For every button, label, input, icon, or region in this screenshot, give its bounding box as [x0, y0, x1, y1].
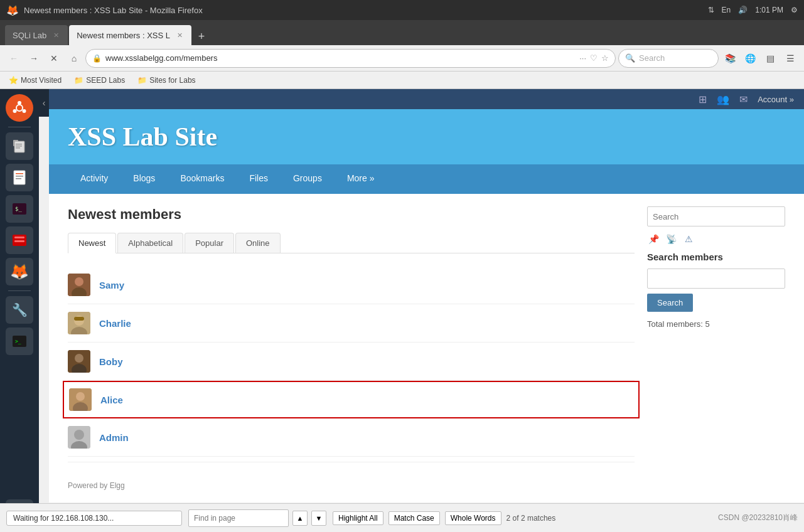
search-placeholder: Search — [639, 53, 665, 63]
account-bar: ⊞ 👥 ✉ Account » — [49, 89, 804, 109]
bookmark-seed-labs[interactable]: 📁 SEED Labs — [72, 75, 127, 86]
sites-for-labs-label: Sites for Labs — [149, 76, 195, 85]
svg-rect-12 — [16, 176, 23, 177]
dashboard-icon[interactable]: ⊞ — [699, 93, 707, 105]
tab-popular[interactable]: Popular — [185, 233, 234, 253]
forward-button[interactable]: → — [25, 50, 43, 67]
svg-rect-26 — [74, 317, 84, 321]
page-content: Newest members Newest Alphabetical Popul… — [49, 194, 804, 503]
tab-online[interactable]: Online — [235, 233, 281, 253]
svg-rect-10 — [14, 171, 25, 184]
nav-bookmarks[interactable]: Bookmarks — [168, 164, 237, 194]
search-members-button[interactable]: Search — [647, 294, 693, 312]
new-tab-button[interactable]: + — [193, 28, 210, 45]
find-prev-button[interactable]: ▲ — [292, 511, 308, 526]
sidebar-item-text[interactable] — [6, 164, 33, 191]
widget-search-input[interactable] — [647, 206, 785, 226]
svg-text:$_: $_ — [15, 206, 22, 212]
bookmark-star-icon[interactable]: ☆ — [601, 53, 609, 63]
member-item-samy[interactable]: Samy — [68, 266, 635, 304]
member-name-boby[interactable]: Boby — [99, 356, 123, 367]
member-name-charlie[interactable]: Charlie — [99, 318, 131, 329]
site-nav: Activity Blogs Bookmarks Files Groups Mo… — [49, 164, 804, 194]
window-title: Newest members : XSS Lab Site - Mozilla … — [24, 6, 203, 15]
nav-blogs[interactable]: Blogs — [121, 164, 168, 194]
tab-bar: SQLi Lab ✕ Newest members : XSS L ✕ + — [0, 20, 804, 45]
member-name-admin[interactable]: Admin — [99, 432, 129, 443]
tab-alphabetical[interactable]: Alphabetical — [117, 233, 183, 253]
home-button[interactable]: ⌂ — [65, 50, 83, 67]
most-visited-icon: ⭐ — [9, 76, 18, 85]
title-bar-left: 🦊 Newest members : XSS Lab Site - Mozill… — [6, 4, 203, 16]
member-avatar-samy — [68, 274, 90, 296]
nav-more[interactable]: More » — [335, 164, 387, 194]
more-url-icon: ··· — [579, 53, 586, 63]
widget-icons: 📌 📡 ⚠ — [647, 233, 785, 245]
svg-rect-6 — [14, 141, 24, 152]
member-name-alice[interactable]: Alice — [100, 395, 123, 405]
member-avatar-charlie — [68, 312, 90, 334]
pin-icon[interactable]: 📌 — [647, 233, 660, 245]
sidebar-collapse-arrow[interactable]: ‹ — [39, 89, 49, 117]
svg-rect-9 — [16, 147, 20, 149]
settings-icon: ⚙ — [791, 6, 798, 14]
rss-icon[interactable]: 📡 — [665, 233, 677, 245]
sidebar-item-red[interactable] — [6, 226, 33, 254]
search-bar[interactable]: 🔍 Search — [618, 49, 719, 68]
sync-icon[interactable]: 🌐 — [741, 50, 759, 67]
sidebar-item-terminal[interactable]: $_ — [6, 195, 33, 223]
sites-for-labs-folder-icon: 📁 — [137, 76, 147, 85]
search-members-input[interactable] — [647, 269, 785, 289]
site-title: XSS Lab Site — [68, 122, 785, 152]
reload-stop-button[interactable]: ✕ — [45, 50, 63, 67]
find-input[interactable] — [188, 509, 289, 527]
member-item-alice[interactable]: Alice — [63, 381, 640, 418]
member-item-boby[interactable]: Boby — [68, 343, 635, 381]
url-actions: ··· ♡ ☆ — [579, 53, 609, 63]
ubuntu-logo[interactable] — [6, 94, 33, 122]
sidebar-widget: 📌 📡 ⚠ Search members Search Total member… — [647, 206, 785, 490]
tab-sqli-close[interactable]: ✕ — [51, 31, 60, 40]
menu-icon[interactable]: ☰ — [781, 50, 799, 67]
back-button[interactable]: ← — [5, 50, 23, 67]
tab-newest[interactable]: Newest — [68, 233, 116, 253]
site-header: XSS Lab Site — [49, 109, 804, 164]
svg-text:>_: >_ — [15, 339, 21, 344]
svg-rect-11 — [16, 173, 23, 174]
bookmark-heart-icon[interactable]: ♡ — [590, 53, 598, 63]
highlight-all-button[interactable]: Highlight All — [333, 511, 383, 525]
tab-sqli-label: SQLi Lab — [13, 31, 46, 40]
bookmark-most-visited[interactable]: ⭐ Most Visited — [6, 75, 64, 86]
url-text: www.xsslabelgg.com/members — [105, 53, 576, 63]
nav-files[interactable]: Files — [237, 164, 281, 194]
whole-words-button[interactable]: Whole Words — [445, 511, 501, 525]
find-next-button[interactable]: ▼ — [311, 511, 326, 526]
member-item-charlie[interactable]: Charlie — [68, 304, 635, 343]
reader-icon[interactable]: ▤ — [761, 50, 779, 67]
search-members-title: Search members — [647, 252, 785, 262]
volume-icon: 🔊 — [738, 6, 748, 14]
nav-groups[interactable]: Groups — [281, 164, 335, 194]
library-icon[interactable]: 📚 — [721, 50, 739, 67]
sidebar-item-wrench[interactable]: 🔧 — [6, 296, 33, 324]
title-bar: 🦊 Newest members : XSS Lab Site - Mozill… — [0, 0, 804, 20]
messages-icon[interactable]: ✉ — [739, 93, 748, 105]
member-name-samy[interactable]: Samy — [99, 280, 124, 290]
alert-icon[interactable]: ⚠ — [682, 233, 695, 245]
member-item-admin[interactable]: Admin — [68, 418, 635, 457]
tab-members-close[interactable]: ✕ — [175, 31, 184, 40]
bookmark-sites-for-labs[interactable]: 📁 Sites for Labs — [135, 75, 198, 86]
members-icon[interactable]: 👥 — [717, 93, 729, 105]
nav-activity[interactable]: Activity — [68, 164, 121, 194]
tab-members[interactable]: Newest members : XSS L ✕ — [69, 25, 191, 45]
secure-icon: 🔒 — [92, 54, 102, 63]
sidebar-item-terminal2[interactable]: >_ — [6, 327, 33, 355]
sidebar-item-files[interactable] — [6, 132, 33, 160]
firefox-logo: 🦊 — [6, 4, 19, 16]
account-link[interactable]: Account » — [758, 95, 794, 104]
sidebar-item-firefox[interactable]: 🦊 — [6, 258, 33, 285]
url-bar[interactable]: 🔒 www.xsslabelgg.com/members ··· ♡ ☆ — [85, 49, 616, 68]
match-case-button[interactable]: Match Case — [389, 511, 440, 525]
status-url: Waiting for 192.168.108.130... — [6, 511, 182, 526]
tab-sqli[interactable]: SQLi Lab ✕ — [5, 25, 68, 45]
